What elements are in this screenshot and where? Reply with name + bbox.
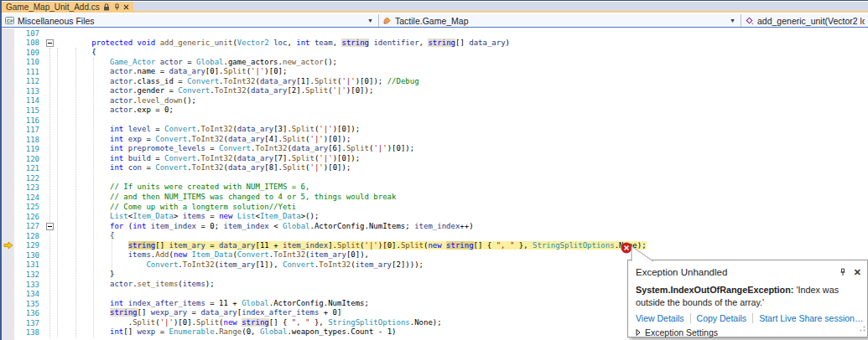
code-line[interactable]: 126 List<Item_Data> items = new List<Ite… xyxy=(2,212,868,222)
code-text: List<Item_Data> items = new List<Item_Da… xyxy=(55,212,868,222)
project-dropdown[interactable]: C# Miscellaneous Files ▼ xyxy=(2,14,379,27)
code-line[interactable]: 116 xyxy=(2,116,868,126)
code-text: Game_Actor actor = Global.game_actors.ne… xyxy=(55,58,868,68)
line-number: 123 xyxy=(14,183,44,192)
code-text: string[] item_ary = data_ary[11 + item_i… xyxy=(55,241,868,251)
line-number: 132 xyxy=(14,270,44,279)
line-indicator xyxy=(2,116,14,126)
exception-settings-expander[interactable]: Exception Settings xyxy=(628,323,867,337)
line-indicator xyxy=(2,135,14,145)
chevron-down-icon[interactable]: ▼ xyxy=(730,18,737,23)
copy-details-link[interactable]: Copy Details xyxy=(690,313,747,323)
code-line[interactable]: 111 actor.name = data_ary[0].Split('|')[… xyxy=(2,67,868,77)
code-line[interactable]: 128 { xyxy=(2,231,868,241)
line-indicator xyxy=(2,48,14,58)
csharp-file-icon: C# xyxy=(5,14,14,27)
code-line[interactable]: 119 int prepromote_levels = Convert.ToIn… xyxy=(2,144,868,154)
code-line[interactable]: 125 // Come up with a longterm solution/… xyxy=(2,203,868,213)
tab-game-map-unit-add[interactable]: Game_Map_Unit_Add.cs xyxy=(2,2,133,13)
line-number: 130 xyxy=(14,251,44,260)
line-indicator xyxy=(2,318,14,328)
start-live-share-link[interactable]: Start Live Share session… xyxy=(752,313,863,323)
code-line[interactable]: 127 for (int item_index = 0; item_index … xyxy=(2,222,868,232)
code-line[interactable]: 114 actor.level_down(); xyxy=(2,96,868,106)
code-line[interactable]: 123 // If units were created with NUM_IT… xyxy=(2,183,868,193)
code-text: items.Add(new Item_Data(Convert.ToInt32(… xyxy=(55,250,868,260)
code-line[interactable]: 122 xyxy=(2,173,868,183)
line-indicator xyxy=(2,260,14,270)
line-number: 118 xyxy=(14,136,44,144)
code-line[interactable]: 121 int con = Convert.ToInt32(data_ary[8… xyxy=(2,163,868,173)
exception-actions: View Details Copy Details Start Live Sha… xyxy=(628,308,867,323)
collapse-toggle[interactable] xyxy=(46,39,54,47)
code-line[interactable]: 118 int exp = Convert.ToInt32(data_ary[4… xyxy=(2,135,868,145)
code-line[interactable]: 120 int build = Convert.ToInt32(data_ary… xyxy=(2,154,868,164)
line-indicator xyxy=(2,193,14,203)
line-number: 124 xyxy=(14,193,44,202)
line-number: 137 xyxy=(14,319,44,327)
code-line[interactable]: 113 actor.gender = Convert.ToInt32(data_… xyxy=(2,86,868,96)
close-icon[interactable]: ✕ xyxy=(854,268,861,276)
code-text: for (int item_index = 0; item_index < Gl… xyxy=(55,222,868,232)
code-text: int exp = Convert.ToInt32(data_ary[4].Sp… xyxy=(55,135,868,145)
line-number: 134 xyxy=(14,290,44,298)
code-line[interactable]: 108 protected void add_generic_unit(Vect… xyxy=(2,39,868,49)
outlining-margin xyxy=(44,28,55,39)
line-number: 110 xyxy=(14,58,44,66)
line-number: 112 xyxy=(14,77,44,85)
type-dropdown-label: Tactile.Game_Map xyxy=(395,16,726,26)
chevron-down-icon[interactable]: ▼ xyxy=(367,18,375,23)
line-indicator xyxy=(2,308,14,318)
code-line[interactable]: 109 { xyxy=(2,48,868,58)
code-line[interactable]: 107 xyxy=(2,28,868,39)
code-text: { xyxy=(55,48,868,58)
line-indicator xyxy=(2,289,14,299)
line-number: 131 xyxy=(14,260,44,269)
code-text: { xyxy=(55,231,868,241)
line-number: 121 xyxy=(14,164,44,173)
code-line[interactable]: 110 Game_Actor actor = Global.game_actor… xyxy=(2,58,868,68)
code-text: actor.gender = Convert.ToInt32(data_ary[… xyxy=(55,86,868,96)
line-number: 111 xyxy=(14,68,44,76)
resize-grip[interactable] xyxy=(858,320,865,335)
outlining-margin[interactable] xyxy=(44,39,55,49)
line-indicator xyxy=(2,125,14,135)
view-details-link[interactable]: View Details xyxy=(636,313,684,323)
code-line[interactable]: 130 items.Add(new Item_Data(Convert.ToIn… xyxy=(2,250,868,260)
line-indicator xyxy=(2,222,14,232)
class-icon xyxy=(382,14,392,27)
code-line[interactable]: 112 actor.class_id = Convert.ToInt32(dat… xyxy=(2,77,868,87)
navigation-bar: C# Miscellaneous Files ▼ Tactile.Game_Ma… xyxy=(2,14,868,28)
line-indicator xyxy=(2,67,14,77)
line-indicator xyxy=(2,212,14,222)
line-indicator xyxy=(2,203,14,213)
line-indicator xyxy=(2,163,14,173)
member-dropdown[interactable]: add_generic_unit(Vector2 loc xyxy=(741,14,868,27)
exception-settings-label: Exception Settings xyxy=(645,327,718,337)
indent-guide xyxy=(93,58,94,337)
indent-guide xyxy=(112,231,112,270)
code-text: protected void add_generic_unit(Vector2 … xyxy=(55,39,868,49)
exception-popup-header: Exception Unhandled ✕ xyxy=(628,260,867,281)
type-dropdown[interactable]: Tactile.Game_Map ▼ xyxy=(379,14,741,27)
method-icon xyxy=(745,14,754,27)
code-line[interactable]: 129 string[] item_ary = data_ary[11 + it… xyxy=(2,241,868,251)
pin-icon[interactable] xyxy=(839,265,846,280)
line-number: 129 xyxy=(14,241,44,250)
code-line[interactable]: 124 // and then NUM_ITEMS was changed to… xyxy=(2,193,868,203)
line-number: 138 xyxy=(14,328,44,337)
line-indicator xyxy=(2,231,14,241)
code-line[interactable]: 117 int level = Convert.ToInt32(data_ary… xyxy=(2,125,868,135)
pin-icon[interactable] xyxy=(113,3,120,11)
document-tab-strip: Game_Map_Unit_Add.cs xyxy=(2,2,868,13)
outlining-margin[interactable] xyxy=(44,222,55,232)
line-number: 136 xyxy=(14,309,44,317)
svg-text:C#: C# xyxy=(7,18,13,23)
line-indicator xyxy=(2,154,14,164)
line-number: 119 xyxy=(14,145,44,153)
line-indicator xyxy=(2,327,14,337)
collapse-toggle[interactable] xyxy=(46,223,54,230)
tab-title: Game_Map_Unit_Add.cs xyxy=(6,3,100,12)
code-line[interactable]: 115 actor.exp = 0; xyxy=(2,106,868,116)
close-icon[interactable] xyxy=(123,4,129,10)
